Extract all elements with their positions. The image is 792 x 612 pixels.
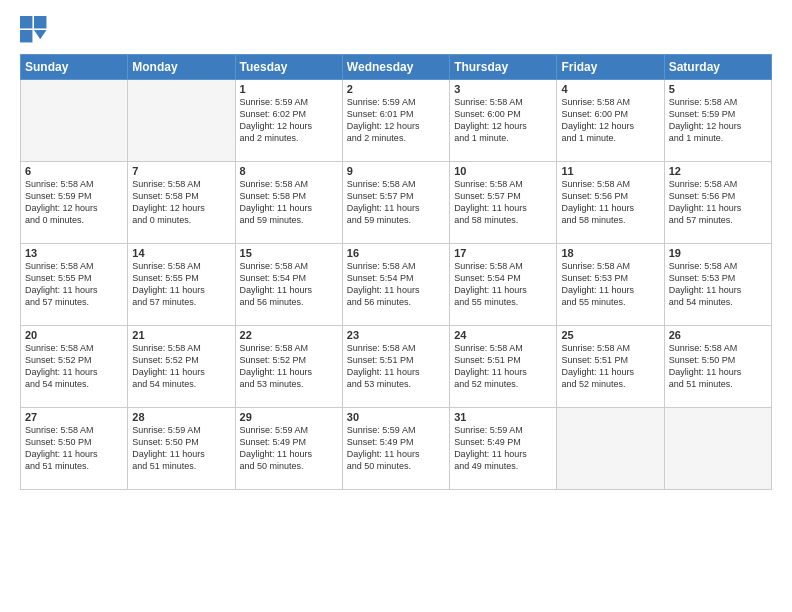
day-info: Sunrise: 5:58 AM Sunset: 5:54 PM Dayligh… — [454, 260, 552, 309]
calendar-body: 1Sunrise: 5:59 AM Sunset: 6:02 PM Daylig… — [21, 80, 772, 490]
calendar-cell: 15Sunrise: 5:58 AM Sunset: 5:54 PM Dayli… — [235, 244, 342, 326]
day-number: 23 — [347, 329, 445, 341]
day-number: 27 — [25, 411, 123, 423]
day-number: 9 — [347, 165, 445, 177]
svg-rect-2 — [20, 30, 32, 42]
day-info: Sunrise: 5:58 AM Sunset: 5:56 PM Dayligh… — [561, 178, 659, 227]
day-number: 22 — [240, 329, 338, 341]
day-number: 26 — [669, 329, 767, 341]
weekday-header-row: SundayMondayTuesdayWednesdayThursdayFrid… — [21, 55, 772, 80]
calendar-table: SundayMondayTuesdayWednesdayThursdayFrid… — [20, 54, 772, 490]
day-number: 5 — [669, 83, 767, 95]
calendar-cell — [557, 408, 664, 490]
day-info: Sunrise: 5:58 AM Sunset: 5:52 PM Dayligh… — [240, 342, 338, 391]
logo — [20, 16, 52, 44]
day-number: 3 — [454, 83, 552, 95]
calendar-cell — [128, 80, 235, 162]
weekday-header-monday: Monday — [128, 55, 235, 80]
calendar-week-row: 13Sunrise: 5:58 AM Sunset: 5:55 PM Dayli… — [21, 244, 772, 326]
weekday-header-thursday: Thursday — [450, 55, 557, 80]
day-number: 10 — [454, 165, 552, 177]
day-info: Sunrise: 5:59 AM Sunset: 5:49 PM Dayligh… — [240, 424, 338, 473]
day-number: 15 — [240, 247, 338, 259]
day-info: Sunrise: 5:58 AM Sunset: 5:57 PM Dayligh… — [347, 178, 445, 227]
day-number: 19 — [669, 247, 767, 259]
calendar-cell: 8Sunrise: 5:58 AM Sunset: 5:58 PM Daylig… — [235, 162, 342, 244]
day-info: Sunrise: 5:58 AM Sunset: 5:52 PM Dayligh… — [132, 342, 230, 391]
day-info: Sunrise: 5:58 AM Sunset: 5:51 PM Dayligh… — [454, 342, 552, 391]
calendar-week-row: 6Sunrise: 5:58 AM Sunset: 5:59 PM Daylig… — [21, 162, 772, 244]
day-number: 30 — [347, 411, 445, 423]
calendar-cell: 6Sunrise: 5:58 AM Sunset: 5:59 PM Daylig… — [21, 162, 128, 244]
calendar-cell: 7Sunrise: 5:58 AM Sunset: 5:58 PM Daylig… — [128, 162, 235, 244]
weekday-header-saturday: Saturday — [664, 55, 771, 80]
svg-rect-1 — [34, 16, 46, 28]
weekday-header-friday: Friday — [557, 55, 664, 80]
calendar-cell: 31Sunrise: 5:59 AM Sunset: 5:49 PM Dayli… — [450, 408, 557, 490]
calendar-cell: 30Sunrise: 5:59 AM Sunset: 5:49 PM Dayli… — [342, 408, 449, 490]
day-info: Sunrise: 5:59 AM Sunset: 6:01 PM Dayligh… — [347, 96, 445, 145]
weekday-header-tuesday: Tuesday — [235, 55, 342, 80]
day-number: 21 — [132, 329, 230, 341]
day-info: Sunrise: 5:58 AM Sunset: 5:50 PM Dayligh… — [25, 424, 123, 473]
day-info: Sunrise: 5:58 AM Sunset: 6:00 PM Dayligh… — [454, 96, 552, 145]
calendar-cell — [21, 80, 128, 162]
calendar-cell: 10Sunrise: 5:58 AM Sunset: 5:57 PM Dayli… — [450, 162, 557, 244]
day-info: Sunrise: 5:58 AM Sunset: 5:55 PM Dayligh… — [132, 260, 230, 309]
day-number: 13 — [25, 247, 123, 259]
day-info: Sunrise: 5:58 AM Sunset: 5:53 PM Dayligh… — [669, 260, 767, 309]
day-number: 20 — [25, 329, 123, 341]
day-info: Sunrise: 5:58 AM Sunset: 5:52 PM Dayligh… — [25, 342, 123, 391]
calendar-week-row: 20Sunrise: 5:58 AM Sunset: 5:52 PM Dayli… — [21, 326, 772, 408]
day-info: Sunrise: 5:59 AM Sunset: 5:50 PM Dayligh… — [132, 424, 230, 473]
day-number: 8 — [240, 165, 338, 177]
day-info: Sunrise: 5:58 AM Sunset: 5:58 PM Dayligh… — [240, 178, 338, 227]
day-number: 12 — [669, 165, 767, 177]
calendar-week-row: 27Sunrise: 5:58 AM Sunset: 5:50 PM Dayli… — [21, 408, 772, 490]
day-number: 14 — [132, 247, 230, 259]
day-info: Sunrise: 5:58 AM Sunset: 5:56 PM Dayligh… — [669, 178, 767, 227]
calendar-cell: 13Sunrise: 5:58 AM Sunset: 5:55 PM Dayli… — [21, 244, 128, 326]
calendar-cell: 5Sunrise: 5:58 AM Sunset: 5:59 PM Daylig… — [664, 80, 771, 162]
calendar-cell: 11Sunrise: 5:58 AM Sunset: 5:56 PM Dayli… — [557, 162, 664, 244]
page: SundayMondayTuesdayWednesdayThursdayFrid… — [0, 0, 792, 612]
day-info: Sunrise: 5:58 AM Sunset: 5:58 PM Dayligh… — [132, 178, 230, 227]
calendar-cell: 2Sunrise: 5:59 AM Sunset: 6:01 PM Daylig… — [342, 80, 449, 162]
calendar-header: SundayMondayTuesdayWednesdayThursdayFrid… — [21, 55, 772, 80]
calendar-cell: 3Sunrise: 5:58 AM Sunset: 6:00 PM Daylig… — [450, 80, 557, 162]
calendar-cell: 22Sunrise: 5:58 AM Sunset: 5:52 PM Dayli… — [235, 326, 342, 408]
day-number: 28 — [132, 411, 230, 423]
calendar-cell: 16Sunrise: 5:58 AM Sunset: 5:54 PM Dayli… — [342, 244, 449, 326]
day-number: 1 — [240, 83, 338, 95]
day-info: Sunrise: 5:59 AM Sunset: 6:02 PM Dayligh… — [240, 96, 338, 145]
calendar-cell: 20Sunrise: 5:58 AM Sunset: 5:52 PM Dayli… — [21, 326, 128, 408]
day-number: 4 — [561, 83, 659, 95]
calendar-cell: 1Sunrise: 5:59 AM Sunset: 6:02 PM Daylig… — [235, 80, 342, 162]
day-info: Sunrise: 5:58 AM Sunset: 5:59 PM Dayligh… — [25, 178, 123, 227]
day-info: Sunrise: 5:58 AM Sunset: 5:51 PM Dayligh… — [561, 342, 659, 391]
calendar-cell: 28Sunrise: 5:59 AM Sunset: 5:50 PM Dayli… — [128, 408, 235, 490]
day-info: Sunrise: 5:58 AM Sunset: 6:00 PM Dayligh… — [561, 96, 659, 145]
svg-marker-3 — [34, 30, 46, 39]
day-info: Sunrise: 5:59 AM Sunset: 5:49 PM Dayligh… — [454, 424, 552, 473]
day-info: Sunrise: 5:58 AM Sunset: 5:53 PM Dayligh… — [561, 260, 659, 309]
day-number: 29 — [240, 411, 338, 423]
calendar-cell: 25Sunrise: 5:58 AM Sunset: 5:51 PM Dayli… — [557, 326, 664, 408]
calendar-cell: 18Sunrise: 5:58 AM Sunset: 5:53 PM Dayli… — [557, 244, 664, 326]
header — [20, 16, 772, 44]
day-info: Sunrise: 5:58 AM Sunset: 5:50 PM Dayligh… — [669, 342, 767, 391]
day-info: Sunrise: 5:58 AM Sunset: 5:57 PM Dayligh… — [454, 178, 552, 227]
calendar-cell: 27Sunrise: 5:58 AM Sunset: 5:50 PM Dayli… — [21, 408, 128, 490]
calendar-week-row: 1Sunrise: 5:59 AM Sunset: 6:02 PM Daylig… — [21, 80, 772, 162]
calendar-cell: 14Sunrise: 5:58 AM Sunset: 5:55 PM Dayli… — [128, 244, 235, 326]
day-number: 24 — [454, 329, 552, 341]
calendar-cell: 21Sunrise: 5:58 AM Sunset: 5:52 PM Dayli… — [128, 326, 235, 408]
day-info: Sunrise: 5:58 AM Sunset: 5:51 PM Dayligh… — [347, 342, 445, 391]
calendar-cell: 17Sunrise: 5:58 AM Sunset: 5:54 PM Dayli… — [450, 244, 557, 326]
day-number: 25 — [561, 329, 659, 341]
day-info: Sunrise: 5:58 AM Sunset: 5:55 PM Dayligh… — [25, 260, 123, 309]
day-info: Sunrise: 5:59 AM Sunset: 5:49 PM Dayligh… — [347, 424, 445, 473]
calendar-cell: 29Sunrise: 5:59 AM Sunset: 5:49 PM Dayli… — [235, 408, 342, 490]
weekday-header-wednesday: Wednesday — [342, 55, 449, 80]
day-number: 18 — [561, 247, 659, 259]
